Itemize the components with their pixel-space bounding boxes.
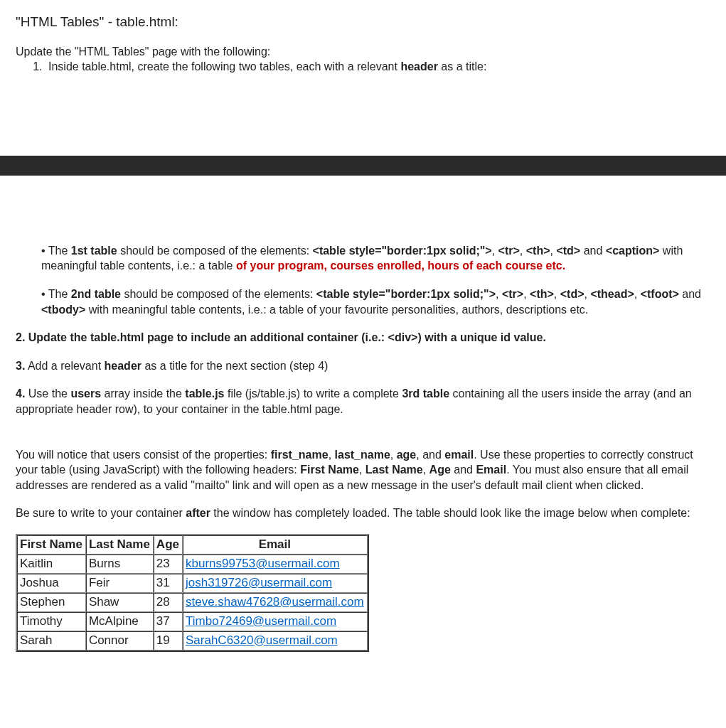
table-row: Timothy McAlpine 37 Timbo72469@usermail.… [17,612,368,631]
step-4: 4. Use the users array inside the table.… [16,386,710,417]
ordered-list: Inside table.html, create the following … [16,59,710,75]
page-title: "HTML Tables" - table.html: [16,13,710,31]
col-age: Age [154,535,183,555]
email-link[interactable]: josh319726@usermail.com [186,576,332,589]
email-link[interactable]: kburns99753@usermail.com [186,557,340,570]
paragraph-properties: You will notice that users consist of th… [16,447,710,493]
email-link[interactable]: SarahC6320@usermail.com [186,633,338,647]
table-row: Kaitlin Burns 23 kburns99753@usermail.co… [17,555,368,574]
bullet-2: • The 2nd table should be composed of th… [41,287,710,317]
col-last-name: Last Name [86,535,154,555]
paragraph-after-load: Be sure to write to your container after… [16,505,710,521]
table-row: Sarah Connor 19 SarahC6320@usermail.com [17,631,368,651]
table-row: Joshua Feir 31 josh319726@usermail.com [17,574,368,593]
step-2: 2. Update the table.html page to include… [16,330,710,346]
step-1: Inside table.html, create the following … [46,59,710,75]
email-link[interactable]: Timbo72469@usermail.com [186,614,336,628]
users-table: First Name Last Name Age Email Kaitlin B… [16,534,369,652]
col-first-name: First Name [17,535,86,555]
step-3: 3. Add a relevant header as a title for … [16,358,710,374]
intro-text: Update the "HTML Tables" page with the f… [16,44,710,60]
email-link[interactable]: steve.shaw47628@usermail.com [186,595,364,609]
document-root: "HTML Tables" - table.html: Update the "… [0,0,726,666]
table-header-row: First Name Last Name Age Email [17,535,368,555]
bullet-1: • The 1st table should be composed of th… [41,243,710,274]
col-email: Email [183,535,368,555]
divider-bar [0,156,726,176]
table-row: Stephen Shaw 28 steve.shaw47628@usermail… [17,593,368,612]
